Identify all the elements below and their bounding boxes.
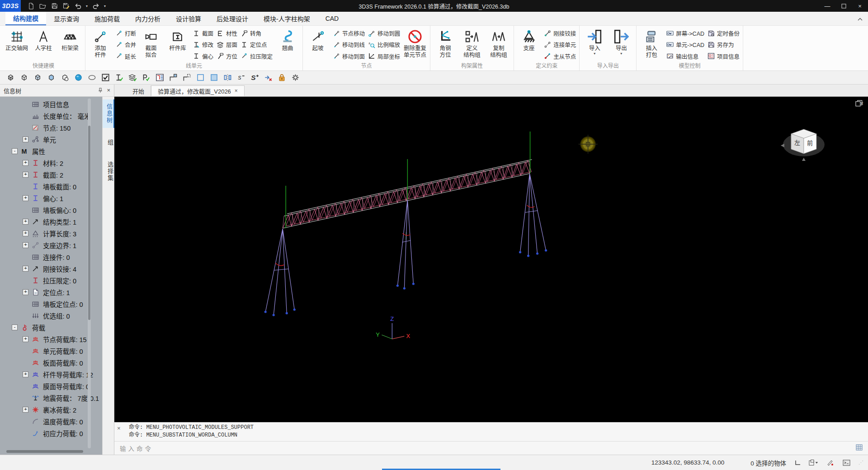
lock-icon[interactable] (276, 72, 288, 83)
tree-item[interactable]: 项目信息 (0, 98, 102, 110)
grid-toggle-icon[interactable] (856, 444, 863, 452)
ribbon-button[interactable]: 截面 拟合 (138, 27, 164, 63)
ribbon-button[interactable]: 层面 (217, 39, 237, 50)
tree-item[interactable]: 墙板偏心: 0 (0, 204, 102, 216)
tree-expander-icon[interactable]: - (12, 148, 18, 154)
menu-tab-4[interactable]: 内力分析 (127, 12, 168, 25)
command-input[interactable]: 输入命令 (114, 441, 868, 455)
p-check-icon[interactable] (140, 72, 152, 83)
tree-item[interactable]: +刚接铰接: 4 (0, 263, 102, 274)
s-minus-icon[interactable]: s (235, 72, 247, 83)
tree-vertical-scrollbar[interactable] (88, 99, 91, 448)
ribbon-button[interactable]: 移动到线 (333, 39, 365, 50)
tree-item[interactable]: 温度荷载库: 0 (0, 415, 102, 427)
panel-tab-3[interactable]: 选择集 (103, 157, 114, 186)
tab-close-icon[interactable]: × (235, 88, 238, 94)
ribbon-button[interactable]: 支座 (516, 27, 542, 63)
tree-item[interactable]: +单元 (0, 133, 102, 145)
ucs-corner-icon[interactable] (793, 458, 802, 467)
new-file-icon[interactable] (25, 1, 36, 11)
cube-wire-icon[interactable] (5, 72, 16, 83)
ribbon-button[interactable]: 节点移动 (333, 28, 365, 39)
ribbon-button[interactable]: 复制 结构组 (486, 27, 511, 63)
ribbon-button[interactable]: 连接单元 (544, 39, 576, 50)
ribbon-button[interactable]: 修改 (193, 39, 213, 50)
ribbon-button[interactable]: ±比例缩放 (368, 39, 400, 50)
tree-expander-icon[interactable]: - (12, 324, 18, 330)
tree-item[interactable]: 墙板定位点: 0 (0, 298, 102, 310)
tree-item[interactable]: +杆件导荷载库: 12 (0, 368, 102, 380)
tree-item[interactable]: +截面: 2 (0, 169, 102, 180)
ribbon-button[interactable]: 角钢 方位 (433, 27, 458, 63)
tree-expander-icon[interactable]: + (23, 230, 28, 236)
menu-tab-5[interactable]: 设计验算 (168, 12, 209, 25)
ibeam-check-icon[interactable] (113, 72, 125, 83)
tree-expander-icon[interactable]: + (23, 289, 28, 295)
tree-item[interactable]: 单元荷载库: 0 (0, 345, 102, 357)
tree-item[interactable]: +裹冰荷载: 2 (0, 404, 102, 415)
tree-item[interactable]: -M属性 (0, 145, 102, 157)
menu-tab-7[interactable]: 模块-人字柱构架 (256, 12, 318, 25)
viewport-3d[interactable]: × (114, 97, 868, 422)
tree-item[interactable]: +材料: 2 (0, 157, 102, 169)
menu-tab-1[interactable]: 结构建模 (5, 12, 46, 25)
ribbon-button[interactable]: 合并 (115, 39, 136, 50)
pe-panel-icon[interactable] (154, 72, 165, 83)
panel-tab-1[interactable]: 信息树 (103, 99, 114, 128)
ellipse-icon[interactable] (86, 72, 98, 83)
ribbon-button[interactable]: 桁架梁 (57, 27, 83, 63)
ribbon-button[interactable]: 另存为 (708, 39, 740, 50)
tree-expander-icon[interactable]: + (23, 266, 28, 272)
tree-expander-icon[interactable]: + (23, 407, 28, 413)
document-tab-1[interactable]: 开始 (126, 85, 151, 96)
ribbon-button[interactable]: 项目信息 (708, 51, 740, 61)
ribbon-button[interactable]: 移动到圆 (368, 28, 400, 39)
ribbon-button[interactable]: 方位 (217, 51, 237, 61)
tree-item[interactable]: 长度单位： 毫米 (0, 110, 102, 122)
gear-icon[interactable] (289, 72, 301, 83)
ribbon-button[interactable]: 翘曲 (275, 27, 300, 63)
tree-item[interactable]: +定位点: 1 (0, 286, 102, 298)
sphere-icon[interactable] (72, 72, 84, 83)
square-outline-icon[interactable] (194, 72, 206, 83)
arrow-x-icon[interactable] (262, 72, 274, 83)
cube-hidden-icon[interactable] (18, 72, 30, 83)
tree-item[interactable]: 墙板截面: 0 (0, 180, 102, 192)
tree-expander-icon[interactable]: + (23, 136, 28, 142)
tree-item[interactable]: -荷载 (0, 321, 102, 333)
tree-item[interactable]: +偏心: 1 (0, 192, 102, 204)
cube-circle-icon[interactable] (59, 72, 71, 83)
redo-icon[interactable] (90, 1, 101, 11)
ribbon-button[interactable]: 拉压限定 (241, 51, 273, 61)
panel-close-icon[interactable]: × (107, 88, 110, 93)
ribbon-button[interactable]: 延长 (115, 51, 136, 61)
tree-item[interactable]: +支座边界: 1 (0, 239, 102, 251)
s-plus-icon[interactable]: S (249, 72, 260, 83)
redo-dropdown-icon[interactable]: ▼ (102, 5, 108, 8)
ribbon-button[interactable]: 材性 (217, 28, 237, 39)
tree-item[interactable]: 地震荷载： 7度(0.1 (0, 392, 102, 404)
minimize-button[interactable]: — (819, 0, 835, 12)
ribbon-button[interactable]: 定时备份 (708, 28, 740, 39)
undo-dropdown-icon[interactable]: ▼ (84, 5, 90, 8)
tree-item[interactable]: 拉压限定: 0 (0, 274, 102, 286)
tree-expander-icon[interactable]: + (23, 219, 28, 225)
ribbon-button[interactable]: 输出信息 (666, 51, 704, 61)
tree-item[interactable]: +结构类型: 1 (0, 216, 102, 227)
viewport-layout-icon[interactable] (809, 458, 819, 467)
ribbon-button[interactable]: 屏幕->CAD (666, 28, 704, 39)
ribbon-button[interactable]: 打断 (115, 28, 136, 39)
ribbon-collapse-button[interactable] (856, 15, 863, 23)
view-cube[interactable]: 左 前 (781, 129, 825, 161)
tree-item[interactable]: 膜面导荷载库: 0 (0, 380, 102, 392)
ribbon-button[interactable]: 偏心 (193, 51, 213, 61)
menu-tab-8[interactable]: CAD (318, 12, 347, 25)
tree-expander-icon[interactable]: + (23, 172, 28, 178)
menu-tab-3[interactable]: 施加荷载 (87, 12, 127, 25)
ribbon-button[interactable]: 定义 结构组 (459, 27, 485, 63)
save-as-icon[interactable] (61, 1, 71, 11)
corner-dash-icon[interactable] (181, 72, 193, 83)
ribbon-button[interactable]: 起坡 (305, 27, 330, 63)
ribbon-button[interactable]: 截面 (193, 28, 213, 39)
pin-icon[interactable] (98, 88, 103, 93)
